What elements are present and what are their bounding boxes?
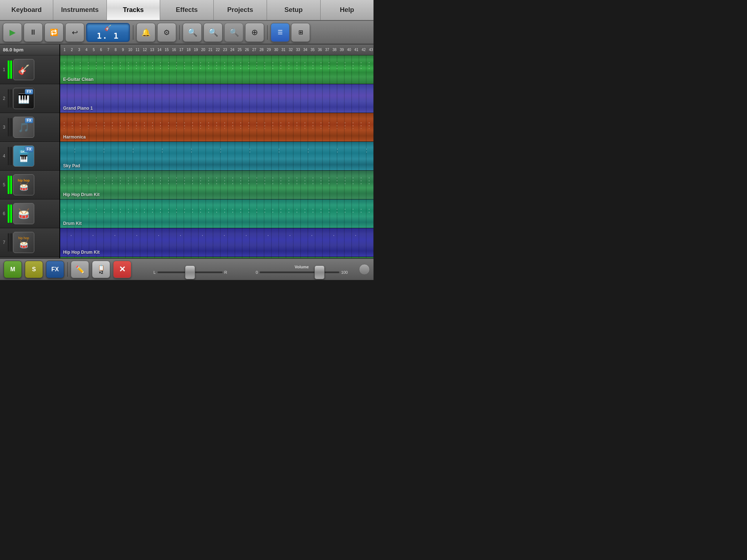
tab-help[interactable]: Help [321,0,374,20]
ruler-mark: 6 [97,48,105,52]
toolbar-divider-1 [133,25,133,40]
track-row-1[interactable]: E-Guitar Clean [60,55,374,84]
toolbar: ▶ ⏸ 🔁 ↩ 🎸 1. 1 🔔 ⚙ 🔍 🔍 🔍 ⊕ ☰ ⊞ [0,21,374,44]
track-thumb-wrapper-4: SKY 🎹 FX [13,145,34,167]
track-header-6[interactable]: 6 🥁 [0,199,59,228]
metronome-button[interactable]: 🔔 [136,23,155,42]
loop-button[interactable]: 🔁 [44,23,63,42]
undo-button[interactable]: ↩ [65,23,84,42]
track-num-7: 7 [1,240,7,245]
pan-slider-thumb[interactable] [185,265,195,279]
track-header-2[interactable]: 2 🎹 FX [0,84,59,113]
meter-bar-l-2 [8,89,9,108]
main-content: 86.0 bpm 1 🎸 2 🎹 FX [0,44,374,258]
ruler-mark: 33 [294,48,302,52]
track-header-7[interactable]: 7 hip hop 🥁 [0,228,59,257]
track-num-6: 6 [1,211,7,216]
ruler-mark: 22 [214,48,221,52]
ruler-mark: 9 [119,48,127,52]
timeline-ruler: 1 2 3 4 5 6 7 8 9 10 11 12 13 14 15 16 1… [60,44,374,55]
pan-slider[interactable] [157,271,223,273]
ruler-mark: 30 [272,48,280,52]
track-label-2: Grand Piano 1 [63,106,93,111]
tab-tracks[interactable]: Tracks [107,0,160,20]
top-nav: Keyboard Instruments Tracks Effects Proj… [0,0,374,21]
zoom-in-plus-button[interactable]: 🔍 [204,23,222,42]
ruler-mark: 25 [236,48,243,52]
volume-section: Volume 0 100 [249,265,355,275]
track-row-2[interactable]: Grand Piano 1 [60,84,374,113]
mute-button[interactable]: M [4,261,22,278]
list-view-button[interactable]: ☰ [271,23,290,42]
track-row-6[interactable]: Drum Kit [60,199,374,228]
track-thumb-7: hip hop 🥁 [13,232,34,253]
tab-instruments[interactable]: Instruments [53,0,107,20]
pan-l-label: L [154,270,156,275]
transport-guitar-icon: 🎸 [104,24,112,31]
scroll-button[interactable] [359,264,370,275]
ruler-mark: 17 [178,48,185,52]
ruler-mark: 43 [367,48,374,52]
ruler-mark: 38 [331,48,338,52]
metronome-settings-button[interactable]: ⚙ [157,23,176,42]
meter-bar-l-5 [8,176,9,194]
tab-keyboard[interactable]: Keyboard [0,0,53,20]
track-header-5[interactable]: 5 hip hop 🥁 [0,171,59,199]
track-thumb-wrapper-1: 🎸 [13,59,34,80]
ruler-mark: 16 [170,48,178,52]
zoom-out-button[interactable]: 🔍 [224,23,243,42]
ruler-mark: 39 [338,48,345,52]
ruler-marks: 1 2 3 4 5 6 7 8 9 10 11 12 13 14 15 16 1… [61,44,374,55]
pause-button[interactable]: ⏸ [24,23,43,42]
ruler-mark: 37 [324,48,331,52]
track-num-5: 5 [1,182,7,187]
track-num-3: 3 [1,125,7,130]
ruler-mark: 35 [309,48,316,52]
edit-button[interactable]: ✏️ [71,261,89,278]
ruler-mark: 24 [229,48,236,52]
ruler-mark: 23 [221,48,229,52]
grid-view-button[interactable]: ⊞ [291,23,310,42]
track-list: 86.0 bpm 1 🎸 2 🎹 FX [0,44,60,258]
meter-bar-l-7 [8,233,9,252]
delete-button[interactable]: ✕ [113,261,131,278]
track-header-3[interactable]: 3 🎵 FX [0,113,59,142]
track-row-4[interactable]: Sky Pad [60,142,374,171]
zoom-fit-button[interactable]: ⊕ [245,23,264,42]
track-row-3[interactable]: Harmonica [60,113,374,142]
solo-button[interactable]: S [25,261,43,278]
volume-slider-thumb[interactable] [314,265,325,279]
timeline-area: 1 2 3 4 5 6 7 8 9 10 11 12 13 14 15 16 1… [60,44,374,258]
loop2-button[interactable]: 📋 ×2 [92,261,110,278]
track-header-4[interactable]: 4 SKY 🎹 FX [0,142,59,171]
pattern-dots-4 [60,148,374,153]
volume-slider[interactable] [259,271,340,273]
track-header-1[interactable]: 1 🎸 [0,55,59,84]
fx-badge-4: FX [25,147,33,152]
zoom-in-button[interactable]: 🔍 [183,23,202,42]
pattern-dots-6 [60,208,374,214]
track-thumb-1: 🎸 [13,59,34,80]
tab-effects[interactable]: Effects [160,0,213,20]
tab-projects[interactable]: Projects [214,0,267,20]
track-meters-1 [8,61,12,79]
track-row-8[interactable]: Sound Effects [60,257,374,258]
meter-bar-r-4 [10,147,12,165]
pattern-lines-7 [60,228,374,257]
track-header-8[interactable]: 8 📊 [0,257,59,258]
ruler-mark: 31 [280,48,287,52]
fx-button[interactable]: FX [46,261,64,278]
meter-bar-r-6 [10,205,12,223]
play-button[interactable]: ▶ [3,23,22,42]
fx-badge-2: FX [25,89,33,94]
track-meters-2 [8,89,12,108]
track-label-7: Hip Hop Drum Kit [63,250,100,255]
track-row-5[interactable]: Hip Hop Drum Kit [60,171,374,199]
tab-setup[interactable]: Setup [267,0,320,20]
track-meters-6 [8,205,12,223]
track-row-7[interactable]: Hip Hop Drum Kit [60,228,374,257]
ruler-mark: 12 [141,48,148,52]
loop2-icon: 📋 ×2 [98,265,104,275]
meter-bar-r-3 [10,118,12,136]
pattern-lines-5 [60,171,374,199]
